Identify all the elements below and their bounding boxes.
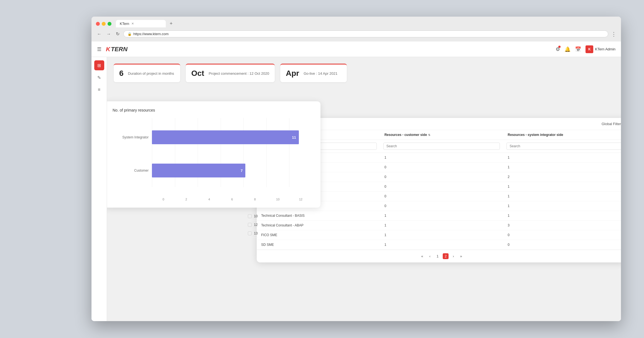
sidebar-item-home[interactable]: ⊞ [94, 60, 104, 70]
metric-value-golive: Apr [286, 69, 299, 78]
table-cell-integrator: 3 [503, 221, 621, 230]
sidebar: ⊞ ✎ ≡ [91, 57, 107, 321]
tab-label: KTern [120, 22, 129, 26]
minimize-traffic-light[interactable] [102, 22, 106, 26]
pagination-first-button[interactable]: « [419, 253, 425, 259]
chart-x-axis: 0 2 4 6 8 10 12 [152, 198, 312, 201]
col-label-integrator: Resources - system integrator side [508, 133, 563, 137]
table-cell-customer: 1 [380, 230, 503, 240]
search-input-integrator[interactable] [506, 143, 621, 150]
table-cell-customer: 1 [380, 153, 503, 162]
left-checkbox-list: 10 12 13 [248, 212, 258, 238]
table-cell-integrator: 0 [503, 230, 621, 240]
reload-button[interactable]: ↻ [115, 30, 121, 38]
forward-button[interactable]: → [105, 30, 112, 38]
sidebar-item-edit[interactable]: ✎ [94, 73, 104, 82]
metric-card-golive: Apr Go-live : 14 Apr 2021 [280, 64, 347, 82]
app-header: ☰ KTERN ⚙ 🔔 📅 K [91, 42, 621, 57]
chart-row-system-integrator: System Integrator 11 [113, 130, 312, 144]
chart-card: No. of primary resources [107, 101, 320, 208]
list-item-12: 12 [248, 221, 258, 229]
list-checkbox-12[interactable] [248, 223, 252, 227]
user-name: KTern Admin [595, 47, 615, 51]
home-icon: ⊞ [97, 63, 101, 68]
chart-bar-container-customer: 7 [152, 164, 312, 177]
sidebar-item-list[interactable]: ≡ [94, 85, 104, 95]
metric-label-golive: Go-live : 14 Apr 2021 [304, 71, 337, 76]
edit-icon: ✎ [97, 75, 101, 80]
calendar-button[interactable]: 📅 [575, 46, 581, 52]
browser-titlebar: KTern ✕ + [91, 17, 621, 29]
search-input-customer[interactable] [383, 143, 500, 150]
chart-bar-value-customer: 7 [241, 169, 243, 173]
table-cell-customer: 0 [380, 162, 503, 172]
table-row: FICO SME 1 0 [257, 230, 621, 240]
global-filter-button[interactable]: Global Filter [602, 122, 621, 126]
address-bar[interactable]: 🔒 https://www.ktern.com [123, 30, 608, 37]
browser-more-button[interactable]: ⋮ [611, 31, 617, 37]
table-cell-customer: 1 [380, 211, 503, 220]
chart-x-label-8: 8 [243, 198, 266, 201]
lock-icon: 🔒 [128, 32, 132, 36]
new-tab-button[interactable]: + [168, 21, 174, 27]
pagination-prev-button[interactable]: ‹ [427, 253, 432, 259]
table-cell-customer: 1 [380, 221, 503, 230]
table-cell-role: Technical Consultant - ABAP [257, 221, 380, 230]
col-header-integrator: Resources - system integrator side [503, 130, 621, 140]
back-button[interactable]: ← [96, 30, 103, 38]
table-cell-customer: 0 [380, 172, 503, 182]
list-checkbox-13[interactable] [248, 231, 252, 235]
tab-close-button[interactable]: ✕ [131, 22, 134, 25]
list-item-10: 10 [248, 212, 258, 221]
metric-value-commencement: Oct [191, 69, 204, 78]
url-text: https://www.ktern.com [133, 32, 169, 36]
table-cell-role: Technical Consultant - BASIS [257, 211, 380, 220]
table-cell-integrator: 1 [503, 201, 621, 211]
user-avatar: K [586, 45, 593, 53]
bell-icon: 🔔 [564, 47, 571, 52]
chart-row-label-si: System Integrator [113, 135, 149, 139]
pagination-page-2-button[interactable]: 2 [443, 253, 449, 259]
table-cell-integrator: 1 [503, 153, 621, 162]
metric-card-duration: 6 Duration of project in months [114, 64, 180, 82]
chart-area: System Integrator 11 Customer [113, 118, 312, 195]
chart-bar-value-si: 11 [292, 135, 296, 140]
metric-label-commencement: Project commencement : 12 Oct 2020 [209, 71, 269, 76]
settings-button[interactable]: ⚙ [556, 46, 560, 52]
table-cell-role: SD SME [257, 240, 380, 249]
maximize-traffic-light[interactable] [108, 22, 111, 26]
metric-label-duration: Duration of project in months [128, 71, 174, 76]
browser-window: KTern ✕ + ← → ↻ 🔒 https://www.ktern.com … [91, 17, 621, 321]
close-traffic-light[interactable] [96, 22, 100, 26]
chart-x-label-10: 10 [266, 198, 289, 201]
chart-x-label-4: 4 [198, 198, 221, 201]
list-icon: ≡ [98, 87, 100, 92]
table-cell-integrator: 2 [503, 172, 621, 182]
app-logo: KTERN [106, 46, 128, 53]
table-row: SD SME 1 0 [257, 240, 621, 250]
header-icons: ⚙ 🔔 📅 K KTern Admin [556, 45, 615, 53]
chart-row-label-customer: Customer [113, 169, 149, 172]
user-badge[interactable]: K KTern Admin [586, 45, 615, 53]
metric-value-duration: 6 [119, 69, 124, 78]
table-cell-integrator: 1 [503, 211, 621, 220]
logo-k: K [106, 46, 110, 53]
hamburger-menu-button[interactable]: ☰ [97, 46, 101, 52]
table-cell-customer: 0 [380, 192, 503, 201]
pagination-next-button[interactable]: › [451, 253, 456, 259]
sort-icon-customer[interactable]: ⇅ [428, 133, 430, 136]
pagination-page-1-button[interactable]: 1 [435, 253, 441, 259]
search-cell-integrator [503, 141, 621, 151]
browser-tab[interactable]: KTern ✕ [116, 20, 166, 27]
table-row: Technical Consultant - ABAP 1 3 [257, 221, 621, 230]
content-area: 6 Duration of project in months Oct Proj… [107, 57, 621, 321]
table-pagination: « ‹ 1 2 › » [257, 250, 621, 262]
search-cell-customer [380, 141, 503, 151]
browser-chrome: KTern ✕ + ← → ↻ 🔒 https://www.ktern.com … [91, 17, 621, 42]
notifications-button[interactable]: 🔔 [564, 46, 571, 52]
list-checkbox-10[interactable] [248, 214, 252, 218]
table-cell-customer: 0 [380, 201, 503, 211]
pagination-last-button[interactable]: » [458, 253, 464, 259]
table-row: Technical Consultant - BASIS 1 1 [257, 211, 621, 221]
traffic-lights [96, 22, 111, 26]
